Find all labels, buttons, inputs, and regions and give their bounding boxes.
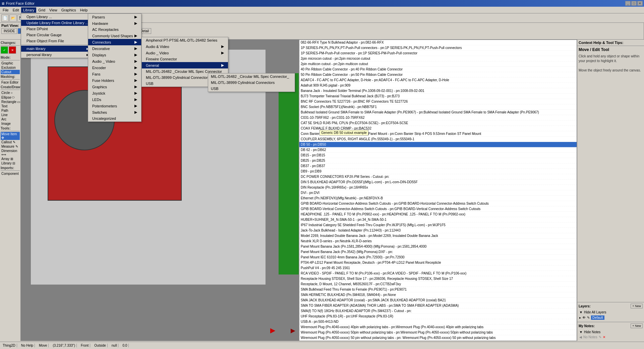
close-button[interactable]: ✕	[637, 1, 643, 6]
import-list-item[interactable]: PushPull V4 - pn:09 45 245 1561	[299, 265, 577, 271]
import-list-item[interactable]: Panel Mount IEC 61010 4mm Banana Jack (P…	[299, 255, 577, 260]
create-rectangle[interactable]: Rectangle ▭	[1, 100, 20, 104]
import-list-item[interactable]: RCA VIDEO - SPDIF - PANEL F TO M (Pn.P10…	[299, 271, 577, 276]
create-ellipse[interactable]: Ellipse ⬭	[1, 95, 20, 100]
menu-help[interactable]: Help	[78, 7, 90, 13]
menu-main-library[interactable]: main library ▶	[21, 46, 94, 52]
import-list-item[interactable]: Wiremount Plug (Pn.4040-xxxxx) 40pin wit…	[299, 325, 577, 330]
sub-graphics[interactable]: Graphics ▶	[88, 84, 141, 90]
import-list-item[interactable]: Neutrik XLR D-series - pn:Neutrik-XLR-D-…	[299, 239, 577, 244]
sub-leds[interactable]: LEDs ▶	[88, 96, 141, 103]
import-list-item[interactable]: Wiremount Plug (Pn.4050-xxxxx) 50 pin wi…	[299, 335, 577, 341]
sub-fuse-holders[interactable]: Fuse Holders ▶	[88, 77, 141, 84]
import-list-item[interactable]: 50 Pin Ribbon Cable Connector - pn:50 Pi…	[299, 72, 577, 78]
status-move[interactable]: Move	[38, 344, 49, 347]
menu-edit[interactable]: Edit	[11, 7, 21, 13]
import-list-item[interactable]: UHF Receptacle (PN.83-1R) - pn:UHF Recep…	[299, 314, 577, 319]
import-list-item[interactable]: COUPLER ASSEMBLY, 6POS, RIGHT ANGLE (Pn.…	[299, 137, 577, 142]
menu-open-library[interactable]: Open Library ...	[21, 14, 94, 20]
import-list-item[interactable]: BNC Socket (Pn.NBB75F1)(Neutrik) - pn:NB…	[299, 104, 577, 110]
menu-place-dpoint[interactable]: Place DPoint	[21, 26, 94, 32]
import-list-item[interactable]: Wiremount Plug (Pn.4050-xxxxx) 50pin wit…	[299, 330, 577, 335]
create-image[interactable]: Image	[1, 121, 20, 126]
tool-measure[interactable]: Measure ✎	[1, 144, 20, 149]
import-list-item[interactable]: DIN 5 BULKHEAD ADAPTOR (Pn.DD55F)(Mfg.L-…	[299, 180, 577, 185]
import-list-item[interactable]: Panel Mount Banana Jack (Pn.3542) (Mfg.P…	[299, 249, 577, 255]
import-list-item[interactable]: DB 50 - pn:DB50	[299, 142, 577, 147]
import-list-item[interactable]: Model 2269, Insulated Double Banana Jack…	[299, 233, 577, 239]
conn-firewire[interactable]: Firewire Connector	[142, 56, 228, 62]
sub-switches[interactable]: Switches ▶	[88, 109, 141, 115]
import-list-item[interactable]: GPIB BOARD-Horizontal Connector-Address …	[299, 201, 577, 206]
conn-audio-video[interactable]: Audio & Video ▶	[142, 43, 228, 50]
gen-usb[interactable]: USB	[208, 86, 295, 92]
import-list-item[interactable]: DC POWER CONNECTORS KPJX-PM Series - Cut…	[299, 174, 577, 180]
hide-all-layers-item[interactable]: ▼ Hide All Layers	[579, 310, 643, 315]
sub-displays[interactable]: Displays ▶	[88, 52, 141, 58]
import-list-item[interactable]: Bulkhead Isolated Ground SMA Female to S…	[299, 110, 577, 115]
sub-joystick[interactable]: Joystick ▶	[88, 90, 141, 96]
status-front[interactable]: Front	[79, 344, 90, 347]
menu-update-library[interactable]: Update Library From Online Library ...	[21, 20, 94, 26]
import-list-item[interactable]: DIN Receptacle (Pn.16HR65x) - pn:16HR65x	[299, 185, 577, 190]
toolbar-open[interactable]: 📂	[9, 14, 17, 22]
import-list-item[interactable]: GPIB BOARD-Vertical Connector-Address Sw…	[299, 206, 577, 212]
sub-decorative[interactable]: Decorative ▶	[88, 45, 141, 52]
import-list-item[interactable]: ADAFC4 - FC-APC to FC-APC Adapter, D-Hol…	[299, 78, 577, 83]
import-list-item[interactable]: DB37 - pn:DB37	[299, 163, 577, 169]
conn-amphenol[interactable]: Amphenol PT-PTSE-MIL-DTL-26482 Series	[142, 37, 228, 43]
sub-fans[interactable]: Fans ▶	[88, 71, 141, 77]
import-list-item[interactable]: 2pin microcon cutout - pn:2pin microcon …	[299, 56, 577, 61]
mode-cutout[interactable]: Cutout	[1, 70, 20, 74]
import-list-item[interactable]: BJ73 Trompeter Twinaxial Triaxial Bulkhe…	[299, 94, 577, 99]
sub-parsers[interactable]: Parsers ▶	[88, 14, 141, 20]
import-list-item[interactable]: Jack-To-Jack Bulkhead - Isolated Adapter…	[299, 228, 577, 233]
import-list-item[interactable]: BNC RF Connectors TE 5227726 - pn:BNC RF…	[299, 99, 577, 104]
import-list-item[interactable]: SMA JACK BULKHEAD ADAPTOR (coxial) - pn:…	[299, 298, 577, 303]
create-arc[interactable]: Arc	[1, 117, 20, 121]
import-list-item[interactable]: DVI - pn:DVI	[299, 190, 577, 196]
import-list-item[interactable]: 2pin multicon cutout - pn:2pin multicon …	[299, 61, 577, 67]
gen-mil-dtl-38999[interactable]: MIL-DTL-38999 Cylindrical Connectors	[208, 80, 295, 86]
create-line[interactable]: Line	[1, 113, 20, 117]
menu-library[interactable]: Library	[21, 7, 37, 13]
sub-commonly-used[interactable]: Commonly Used Shapes ▶	[88, 33, 141, 39]
mode-graphic[interactable]: Graphic	[1, 61, 20, 65]
tool-dimension[interactable]: Dimension ⟺	[1, 149, 20, 157]
import-list-item[interactable]: SMA Bulkhead Feed Thru Female to Female …	[299, 287, 577, 292]
inside-btn[interactable]: INSIDE	[1, 28, 17, 34]
sub-uncategorized[interactable]: Uncategorized	[88, 115, 141, 121]
hide-notes-item[interactable]: ▼ Hide Notes	[579, 330, 643, 335]
menu-graphics[interactable]: Graphics	[59, 7, 78, 13]
import-list-item[interactable]: Banana Jack - Insulated Solder Terminal …	[299, 88, 577, 94]
import-component[interactable]: Component	[1, 171, 20, 176]
window-controls[interactable]: _ □ ✕	[625, 1, 643, 6]
layer-default-item[interactable]: ▸ 👁 ✎ Default	[579, 315, 643, 320]
menu-personal-library[interactable]: personal library ▶	[21, 52, 94, 58]
sub-audio-video[interactable]: Audio _ Video ▶	[88, 58, 141, 64]
import-list-item[interactable]: PT04-4P-LD12 Panel Mount Receptacle, Deu…	[299, 260, 577, 265]
sub-hardware[interactable]: Hardware ▶	[88, 20, 141, 27]
menu-file[interactable]: File	[1, 7, 11, 13]
status-outside[interactable]: Outside	[93, 344, 107, 347]
import-list-item[interactable]: C031-10-75RFX62 - pn:C031-10-75RFX62	[299, 115, 577, 120]
menu-view[interactable]: View	[47, 7, 59, 13]
import-list-item[interactable]: SMA(f) TO N(f) 18GHz BULKHEAD ADAPTOR (P…	[299, 308, 577, 314]
import-list-item[interactable]: 40 Pin Ribbon Cable Connector - pn:40 Pi…	[299, 67, 577, 72]
import-list-item[interactable]: DB 62 - pn:DB62	[299, 147, 577, 153]
conn-general[interactable]: General ▶	[142, 62, 228, 68]
sub-ac-receptacles[interactable]: AC Receptacles	[88, 27, 141, 33]
import-list-item[interactable]: Receptacle Housing STDSEX, Shell Size 17…	[299, 276, 577, 282]
import-list-item[interactable]: IP67 Industrial Category 5E Shielded Fee…	[299, 222, 577, 228]
sub-encoder[interactable]: Encoder ▶	[88, 64, 141, 71]
import-list-item[interactable]: Receptacle, D Mount, 12 Channel, M835260…	[299, 282, 577, 287]
import-list-item[interactable]: CAT 5E SHLD RJ45 PNL CPLN (Pn:ECF504-SC5…	[299, 120, 577, 126]
mode-exclusion[interactable]: Exclusion	[1, 65, 20, 70]
create-text[interactable]: Text	[1, 104, 20, 108]
new-note-btn[interactable]: + New	[631, 323, 643, 328]
delete-icon[interactable]: ✕	[603, 335, 605, 339]
import-list-item[interactable]: DB9 - pn:DB9	[299, 169, 577, 174]
accept-btn[interactable]: ✓	[1, 46, 8, 54]
tool-library[interactable]: Library ⊟	[1, 161, 20, 165]
conn-audio-video2[interactable]: Audio _ Video ▶	[142, 50, 228, 56]
